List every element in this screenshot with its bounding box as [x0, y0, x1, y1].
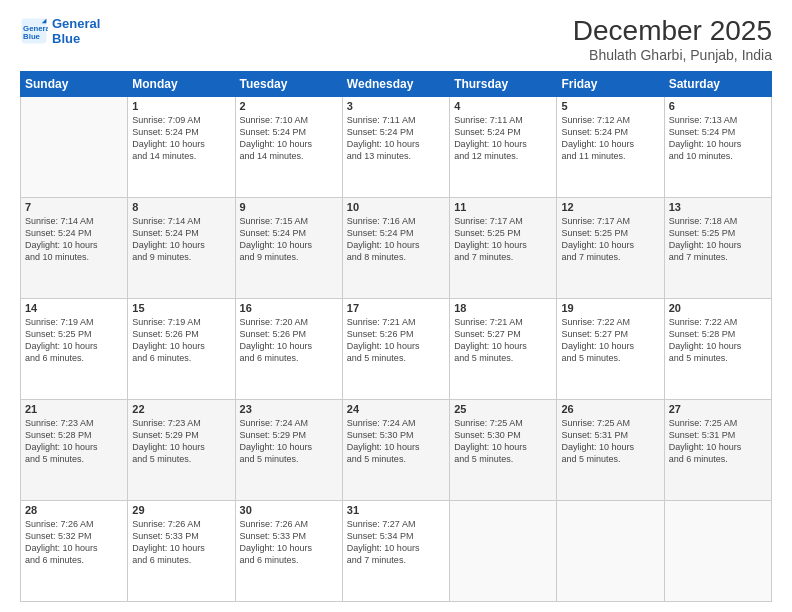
day-number: 8: [132, 201, 230, 213]
calendar-cell: 7Sunrise: 7:14 AMSunset: 5:24 PMDaylight…: [21, 197, 128, 298]
calendar-cell: 20Sunrise: 7:22 AMSunset: 5:28 PMDayligh…: [664, 298, 771, 399]
calendar-body: 1Sunrise: 7:09 AMSunset: 5:24 PMDaylight…: [21, 96, 772, 601]
calendar-cell: 22Sunrise: 7:23 AMSunset: 5:29 PMDayligh…: [128, 399, 235, 500]
calendar-header-row: SundayMondayTuesdayWednesdayThursdayFrid…: [21, 71, 772, 96]
calendar-cell: 25Sunrise: 7:25 AMSunset: 5:30 PMDayligh…: [450, 399, 557, 500]
calendar-cell: 6Sunrise: 7:13 AMSunset: 5:24 PMDaylight…: [664, 96, 771, 197]
calendar-cell: 10Sunrise: 7:16 AMSunset: 5:24 PMDayligh…: [342, 197, 449, 298]
col-header-thursday: Thursday: [450, 71, 557, 96]
title-block: December 2025 Bhulath Gharbi, Punjab, In…: [573, 16, 772, 63]
subtitle: Bhulath Gharbi, Punjab, India: [573, 47, 772, 63]
day-info: Sunrise: 7:24 AMSunset: 5:30 PMDaylight:…: [347, 417, 445, 466]
day-info: Sunrise: 7:17 AMSunset: 5:25 PMDaylight:…: [561, 215, 659, 264]
day-info: Sunrise: 7:13 AMSunset: 5:24 PMDaylight:…: [669, 114, 767, 163]
day-number: 5: [561, 100, 659, 112]
calendar-cell: 24Sunrise: 7:24 AMSunset: 5:30 PMDayligh…: [342, 399, 449, 500]
logo: General Blue General Blue: [20, 16, 100, 46]
day-number: 16: [240, 302, 338, 314]
calendar-cell: 26Sunrise: 7:25 AMSunset: 5:31 PMDayligh…: [557, 399, 664, 500]
day-info: Sunrise: 7:23 AMSunset: 5:28 PMDaylight:…: [25, 417, 123, 466]
calendar-cell: 18Sunrise: 7:21 AMSunset: 5:27 PMDayligh…: [450, 298, 557, 399]
day-info: Sunrise: 7:19 AMSunset: 5:25 PMDaylight:…: [25, 316, 123, 365]
day-info: Sunrise: 7:14 AMSunset: 5:24 PMDaylight:…: [132, 215, 230, 264]
col-header-saturday: Saturday: [664, 71, 771, 96]
week-row-3: 14Sunrise: 7:19 AMSunset: 5:25 PMDayligh…: [21, 298, 772, 399]
day-number: 3: [347, 100, 445, 112]
day-number: 25: [454, 403, 552, 415]
calendar-cell: 23Sunrise: 7:24 AMSunset: 5:29 PMDayligh…: [235, 399, 342, 500]
day-number: 26: [561, 403, 659, 415]
calendar-cell: 28Sunrise: 7:26 AMSunset: 5:32 PMDayligh…: [21, 500, 128, 601]
logo-icon: General Blue: [20, 17, 48, 45]
day-number: 7: [25, 201, 123, 213]
col-header-wednesday: Wednesday: [342, 71, 449, 96]
day-info: Sunrise: 7:10 AMSunset: 5:24 PMDaylight:…: [240, 114, 338, 163]
day-info: Sunrise: 7:23 AMSunset: 5:29 PMDaylight:…: [132, 417, 230, 466]
calendar-cell: [557, 500, 664, 601]
day-number: 2: [240, 100, 338, 112]
day-number: 11: [454, 201, 552, 213]
day-info: Sunrise: 7:11 AMSunset: 5:24 PMDaylight:…: [347, 114, 445, 163]
day-number: 12: [561, 201, 659, 213]
col-header-tuesday: Tuesday: [235, 71, 342, 96]
calendar-cell: 12Sunrise: 7:17 AMSunset: 5:25 PMDayligh…: [557, 197, 664, 298]
day-info: Sunrise: 7:25 AMSunset: 5:30 PMDaylight:…: [454, 417, 552, 466]
day-number: 9: [240, 201, 338, 213]
day-number: 22: [132, 403, 230, 415]
calendar-cell: 29Sunrise: 7:26 AMSunset: 5:33 PMDayligh…: [128, 500, 235, 601]
calendar-cell: 14Sunrise: 7:19 AMSunset: 5:25 PMDayligh…: [21, 298, 128, 399]
day-info: Sunrise: 7:17 AMSunset: 5:25 PMDaylight:…: [454, 215, 552, 264]
day-number: 4: [454, 100, 552, 112]
day-number: 20: [669, 302, 767, 314]
day-number: 10: [347, 201, 445, 213]
calendar-cell: 31Sunrise: 7:27 AMSunset: 5:34 PMDayligh…: [342, 500, 449, 601]
calendar-cell: 15Sunrise: 7:19 AMSunset: 5:26 PMDayligh…: [128, 298, 235, 399]
day-info: Sunrise: 7:26 AMSunset: 5:33 PMDaylight:…: [240, 518, 338, 567]
col-header-friday: Friday: [557, 71, 664, 96]
calendar-cell: [450, 500, 557, 601]
calendar-cell: 1Sunrise: 7:09 AMSunset: 5:24 PMDaylight…: [128, 96, 235, 197]
day-number: 14: [25, 302, 123, 314]
day-info: Sunrise: 7:24 AMSunset: 5:29 PMDaylight:…: [240, 417, 338, 466]
day-number: 23: [240, 403, 338, 415]
day-info: Sunrise: 7:26 AMSunset: 5:33 PMDaylight:…: [132, 518, 230, 567]
day-info: Sunrise: 7:26 AMSunset: 5:32 PMDaylight:…: [25, 518, 123, 567]
day-info: Sunrise: 7:19 AMSunset: 5:26 PMDaylight:…: [132, 316, 230, 365]
week-row-1: 1Sunrise: 7:09 AMSunset: 5:24 PMDaylight…: [21, 96, 772, 197]
calendar-cell: 9Sunrise: 7:15 AMSunset: 5:24 PMDaylight…: [235, 197, 342, 298]
day-number: 19: [561, 302, 659, 314]
day-number: 21: [25, 403, 123, 415]
main-title: December 2025: [573, 16, 772, 47]
day-number: 6: [669, 100, 767, 112]
calendar-cell: [664, 500, 771, 601]
calendar-cell: 21Sunrise: 7:23 AMSunset: 5:28 PMDayligh…: [21, 399, 128, 500]
day-number: 18: [454, 302, 552, 314]
calendar-cell: 19Sunrise: 7:22 AMSunset: 5:27 PMDayligh…: [557, 298, 664, 399]
logo-general: General: [52, 16, 100, 31]
day-number: 17: [347, 302, 445, 314]
day-number: 28: [25, 504, 123, 516]
day-info: Sunrise: 7:27 AMSunset: 5:34 PMDaylight:…: [347, 518, 445, 567]
day-info: Sunrise: 7:12 AMSunset: 5:24 PMDaylight:…: [561, 114, 659, 163]
week-row-4: 21Sunrise: 7:23 AMSunset: 5:28 PMDayligh…: [21, 399, 772, 500]
day-number: 24: [347, 403, 445, 415]
page: General Blue General Blue December 2025 …: [0, 0, 792, 612]
col-header-sunday: Sunday: [21, 71, 128, 96]
calendar-cell: [21, 96, 128, 197]
calendar-cell: 4Sunrise: 7:11 AMSunset: 5:24 PMDaylight…: [450, 96, 557, 197]
calendar-cell: 5Sunrise: 7:12 AMSunset: 5:24 PMDaylight…: [557, 96, 664, 197]
col-header-monday: Monday: [128, 71, 235, 96]
calendar-cell: 3Sunrise: 7:11 AMSunset: 5:24 PMDaylight…: [342, 96, 449, 197]
day-info: Sunrise: 7:22 AMSunset: 5:27 PMDaylight:…: [561, 316, 659, 365]
calendar-cell: 17Sunrise: 7:21 AMSunset: 5:26 PMDayligh…: [342, 298, 449, 399]
day-number: 31: [347, 504, 445, 516]
week-row-2: 7Sunrise: 7:14 AMSunset: 5:24 PMDaylight…: [21, 197, 772, 298]
day-info: Sunrise: 7:25 AMSunset: 5:31 PMDaylight:…: [669, 417, 767, 466]
day-number: 15: [132, 302, 230, 314]
day-info: Sunrise: 7:18 AMSunset: 5:25 PMDaylight:…: [669, 215, 767, 264]
day-number: 30: [240, 504, 338, 516]
day-info: Sunrise: 7:09 AMSunset: 5:24 PMDaylight:…: [132, 114, 230, 163]
day-number: 27: [669, 403, 767, 415]
day-info: Sunrise: 7:14 AMSunset: 5:24 PMDaylight:…: [25, 215, 123, 264]
day-info: Sunrise: 7:22 AMSunset: 5:28 PMDaylight:…: [669, 316, 767, 365]
